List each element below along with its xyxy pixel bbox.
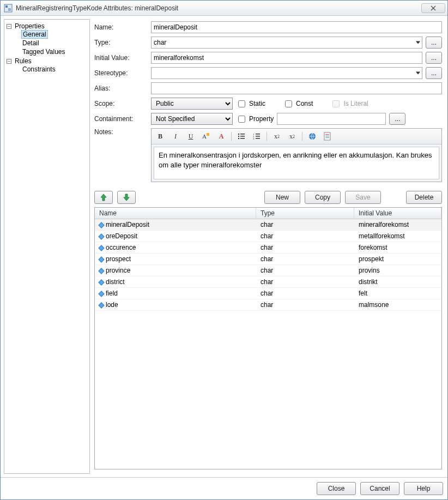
alias-input[interactable] <box>151 82 442 94</box>
stereotype-combo[interactable] <box>151 67 422 79</box>
is-literal-checkbox: Is Literal <box>330 99 368 109</box>
notes-textarea[interactable]: En mineralkonsentrasjon i jordskorpen, e… <box>154 147 439 179</box>
attribute-icon <box>98 279 104 285</box>
separator <box>231 132 232 141</box>
underline-icon[interactable]: U <box>185 131 196 142</box>
cell-name: prospect <box>95 254 256 264</box>
subscript-icon[interactable]: x2 <box>287 131 298 142</box>
tree-node-tagged-values[interactable]: Tagged Values <box>14 47 88 56</box>
svg-point-5 <box>238 134 239 135</box>
attribute-icon <box>98 291 104 297</box>
move-down-button[interactable] <box>117 191 136 204</box>
app-icon <box>4 4 13 13</box>
cell-name: mineralDeposit <box>95 219 256 230</box>
close-icon <box>431 5 436 11</box>
font-color-icon[interactable]: A <box>216 131 227 142</box>
col-name[interactable]: Name <box>95 208 256 219</box>
initial-value-input[interactable] <box>151 52 422 64</box>
tree-node-properties[interactable]: −Properties General Detail Tagged Values <box>7 22 88 57</box>
move-up-button[interactable] <box>94 191 113 204</box>
table-row[interactable]: occurencecharforekomst <box>95 242 441 254</box>
document-icon[interactable] <box>322 131 333 142</box>
property-browse-button[interactable]: ... <box>389 113 405 125</box>
svg-text:3: 3 <box>253 137 255 140</box>
cell-name: occurence <box>95 242 256 253</box>
tree-node-rules[interactable]: −Rules Constraints <box>7 57 88 74</box>
list-actions: New Copy Save Delete <box>92 186 444 207</box>
type-input[interactable] <box>151 37 422 49</box>
notes-label: Notes: <box>94 128 147 136</box>
table-row[interactable]: oreDepositcharmetallforekomst <box>95 231 441 242</box>
tree-toggle-icon[interactable]: − <box>7 59 11 64</box>
tree-node-constraints[interactable]: Constraints <box>14 65 88 74</box>
tree: −Properties General Detail Tagged Values… <box>5 22 88 74</box>
attribute-icon <box>98 245 104 251</box>
const-checkbox[interactable]: Const <box>283 99 313 109</box>
tree-toggle-icon[interactable]: − <box>7 24 11 29</box>
containment-label: Containment: <box>94 115 147 123</box>
copy-button[interactable]: Copy <box>305 191 341 204</box>
notes-toolbar: B I U A A 123 x2 x2 <box>152 129 441 144</box>
bold-icon[interactable]: B <box>155 131 166 142</box>
table-row[interactable]: mineralDepositcharmineralforekomst <box>95 219 441 231</box>
scope-select[interactable]: Public <box>151 98 233 110</box>
stereotype-browse-button[interactable]: ... <box>426 67 442 79</box>
cell-type: char <box>256 276 354 287</box>
cell-initial: felt <box>354 288 441 299</box>
close-button[interactable]: Close <box>317 482 356 495</box>
cell-type: char <box>256 231 354 242</box>
svg-rect-6 <box>240 134 245 135</box>
table-row[interactable]: fieldcharfelt <box>95 288 441 299</box>
col-initial[interactable]: Initial Value <box>354 208 441 219</box>
table-row[interactable]: districtchardistrikt <box>95 276 441 288</box>
bullet-list-icon[interactable] <box>236 131 247 142</box>
cell-initial: mineralforekomst <box>354 219 441 230</box>
attribute-icon <box>98 268 104 274</box>
svg-rect-21 <box>325 137 329 138</box>
stereotype-input[interactable] <box>151 67 422 79</box>
name-input[interactable] <box>151 21 442 33</box>
tree-node-general[interactable]: General <box>14 30 88 39</box>
window-title: MineralRegistreringTypeKode Attributes: … <box>16 4 418 12</box>
cell-initial: malmsone <box>354 299 441 310</box>
containment-select[interactable]: Not Specified <box>151 113 233 125</box>
type-browse-button[interactable]: ... <box>426 37 442 49</box>
table-header: Name Type Initial Value <box>95 208 441 219</box>
property-checkbox[interactable]: Property <box>236 114 274 124</box>
cell-name: field <box>95 288 256 299</box>
cancel-button[interactable]: Cancel <box>360 482 399 495</box>
scope-label: Scope: <box>94 100 147 107</box>
initial-value-browse-button[interactable]: ... <box>426 52 442 64</box>
window-close-button[interactable] <box>421 3 445 13</box>
svg-rect-1 <box>5 5 8 8</box>
table-body: mineralDepositcharmineralforekomstoreDep… <box>95 219 441 469</box>
attribute-icon <box>98 222 104 228</box>
help-button[interactable]: Help <box>404 482 443 495</box>
delete-button[interactable]: Delete <box>406 191 442 204</box>
svg-rect-12 <box>256 134 260 135</box>
hyperlink-icon[interactable] <box>307 131 318 142</box>
italic-icon[interactable]: I <box>170 131 181 142</box>
save-button[interactable]: Save <box>345 191 381 204</box>
numbered-list-icon[interactable]: 123 <box>251 131 262 142</box>
new-button[interactable]: New <box>264 191 300 204</box>
dialog-button-bar: Close Cancel Help <box>1 477 447 499</box>
initial-value-label: Initial Value: <box>94 54 147 62</box>
static-checkbox[interactable]: Static <box>236 99 265 109</box>
table-row[interactable]: lodecharmalmsone <box>95 299 441 311</box>
type-combo[interactable] <box>151 37 422 49</box>
name-label: Name: <box>94 23 147 31</box>
font-icon[interactable]: A <box>201 131 211 142</box>
table-row[interactable]: prospectcharprospekt <box>95 254 441 265</box>
cell-name: district <box>95 276 256 287</box>
tree-node-detail[interactable]: Detail <box>14 39 88 47</box>
alias-label: Alias: <box>94 85 147 92</box>
svg-rect-10 <box>240 138 245 139</box>
cell-name: lode <box>95 299 256 310</box>
property-value-input[interactable] <box>277 113 386 125</box>
superscript-icon[interactable]: x2 <box>271 131 282 142</box>
attribute-icon <box>98 256 104 262</box>
cell-name: province <box>95 265 256 276</box>
col-type[interactable]: Type <box>256 208 354 219</box>
table-row[interactable]: provincecharprovins <box>95 265 441 276</box>
